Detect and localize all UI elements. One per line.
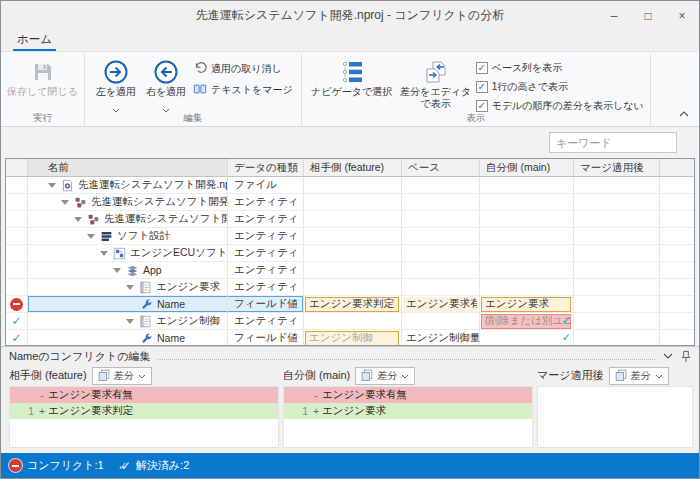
minimize-button[interactable]: – [597, 1, 631, 30]
applied-check-icon: ✓ [562, 314, 571, 327]
tree-expander-icon[interactable] [61, 200, 69, 205]
maximize-button[interactable]: □ [631, 1, 665, 30]
column-header-main[interactable]: 自分側 (main) [480, 159, 574, 177]
group-label-edit: 編集 [85, 112, 301, 125]
wrench-icon [139, 297, 153, 311]
cell-name[interactable]: エンジン制御 [28, 313, 228, 330]
checkbox-hide-model-order-diff[interactable]: ✓ モデルの順序の差分を表示しない [476, 99, 644, 113]
cell-merge [574, 313, 660, 330]
cell-main [480, 279, 574, 296]
save-icon [31, 58, 55, 86]
cell-feature: エンジン制御 [304, 330, 402, 346]
cell-feature: エンジン要求判定 [304, 296, 402, 313]
checkbox-single-line-height[interactable]: ✓ 1行の高さで表示 [476, 80, 644, 94]
diff-text-merged[interactable] [537, 386, 693, 448]
table-row[interactable]: ✓エンジン制御エンティティ(削除または別ユニットに…✓ [6, 313, 694, 330]
diff-text-feature[interactable]: -エンジン要求有無1+エンジン要求判定 [9, 386, 279, 448]
column-header-name[interactable]: 名前 [28, 159, 228, 177]
cell-value: エンジン要求判定 [305, 297, 399, 312]
select-in-navigator-button[interactable]: ナビゲータで選択 [308, 56, 396, 98]
checkbox-label: 1行の高さで表示 [492, 80, 568, 94]
cell-merge [574, 262, 660, 279]
diff-mode-button[interactable]: 差分 [92, 367, 152, 385]
conflict-editor-panel: Nameのコンフリクトの編集 相手側 (feature) 差分 -エンジ [1, 346, 699, 453]
entity-doc-icon [138, 314, 152, 328]
layers-icon [125, 263, 139, 277]
column-header-merged[interactable]: マージ適用後 [574, 159, 660, 177]
editor-panel-title: Nameのコンフリクトの編集 [9, 349, 150, 364]
diff-text-main[interactable]: -エンジン要求有無1+エンジン要求 [283, 386, 533, 448]
cell-base: エンジン制御量 [402, 330, 480, 346]
file-diff-icon [60, 178, 74, 192]
checkbox-show-base-column[interactable]: ✓ ベース列を表示 [476, 61, 644, 75]
apply-left-button[interactable]: 左を適用 [91, 56, 141, 117]
table-row[interactable]: Appエンティティ [6, 262, 694, 279]
tree-expander-icon[interactable] [126, 319, 134, 324]
undo-apply-button[interactable]: 適用の取り消し [191, 60, 295, 78]
chevron-down-icon[interactable] [663, 353, 673, 359]
cell-base: エンジン要求有無 [402, 296, 480, 313]
tree-expander-icon[interactable] [126, 285, 134, 290]
cell-main: エンジン要求 [480, 296, 574, 313]
cell-fill [660, 313, 694, 330]
cell-status [6, 194, 28, 211]
status-bar: コンフリクト:1 ✓✓ 解決済み:2 [1, 453, 699, 478]
table-row[interactable]: エンジン要求エンティティ [6, 279, 694, 296]
pin-icon[interactable] [681, 350, 691, 363]
diff-mode-button[interactable]: 差分 [609, 367, 669, 385]
table-row[interactable]: ソフト設計エンティティ [6, 228, 694, 245]
cell-name[interactable]: エンジンECUソフト構造 [28, 245, 228, 262]
merge-text-button[interactable]: テキストをマージ [191, 81, 295, 99]
diff-line-removed: -エンジン要求有無 [284, 387, 532, 403]
save-and-close-button[interactable]: 保存して閉じる [7, 56, 78, 98]
column-header-base[interactable]: ベース [402, 159, 480, 177]
cell-name[interactable]: 先進運転システムソフト開発（Gitデモ） [28, 211, 228, 228]
diff-mode-button[interactable]: 差分 [355, 367, 415, 385]
pane-label-feature: 相手側 (feature) [9, 368, 87, 383]
cell-name[interactable]: App [28, 262, 228, 279]
checkbox-icon: ✓ [476, 100, 488, 112]
table-row[interactable]: 先進運転システムソフト開発（Gitデモ）エンティティ [6, 211, 694, 228]
cell-feature [304, 313, 402, 330]
cell-base [402, 245, 480, 262]
show-diff-in-editor-button[interactable]: 差分をエディタで表示 [396, 56, 476, 110]
tree-expander-icon[interactable] [113, 268, 121, 273]
cell-feature [304, 279, 402, 296]
tree-expander-icon[interactable] [87, 234, 95, 239]
collapse-ribbon-button[interactable] [679, 103, 689, 121]
cell-status: ✓ [6, 313, 28, 330]
column-header-datatype[interactable]: データの種類 [228, 159, 304, 177]
project-icon [86, 212, 100, 226]
tree-expander-icon[interactable] [74, 217, 82, 222]
pane-label-main: 自分側 (main) [283, 368, 350, 383]
cell-datatype: フィールド値 [228, 296, 304, 313]
keyword-search-input[interactable] [549, 132, 677, 153]
cell-base [402, 194, 480, 211]
tab-home[interactable]: ホーム [13, 30, 56, 51]
cell-datatype: フィールド値 [228, 330, 304, 346]
column-header-feature[interactable]: 相手側 (feature) [304, 159, 402, 177]
cell-name[interactable]: Name [28, 330, 228, 346]
content-area: 名前 データの種類 相手側 (feature) ベース 自分側 (main) マ… [1, 127, 699, 453]
pane-feature: 相手側 (feature) 差分 -エンジン要求有無1+エンジン要求判定 [9, 365, 279, 448]
navigator-icon [339, 58, 365, 86]
resolved-check-icon: ✓ [11, 331, 21, 345]
cell-name[interactable]: エンジン要求 [28, 279, 228, 296]
cell-name[interactable]: Name [28, 296, 228, 313]
close-button[interactable]: × [665, 1, 699, 30]
table-row[interactable]: エンジンECUソフト構造エンティティ [6, 245, 694, 262]
cell-status [6, 228, 28, 245]
cell-name[interactable]: 先進運転システムソフト開発.nproj の差分 [28, 177, 228, 194]
column-header-status[interactable] [6, 159, 28, 177]
apply-right-button[interactable]: 右を適用 [141, 56, 191, 117]
table-row[interactable]: 先進運転システムソフト開発（Gitデモ）エンティティ [6, 194, 694, 211]
cell-name[interactable]: ソフト設計 [28, 228, 228, 245]
tree-expander-icon[interactable] [100, 251, 108, 256]
table-row[interactable]: 先進運転システムソフト開発.nproj の差分ファイル [6, 177, 694, 194]
cell-status [6, 177, 28, 194]
tree-expander-icon[interactable] [48, 183, 56, 188]
table-row[interactable]: Nameフィールド値エンジン要求判定エンジン要求有無エンジン要求 [6, 296, 694, 313]
cell-name[interactable]: 先進運転システムソフト開発（Gitデモ） [28, 194, 228, 211]
table-row[interactable]: ✓Nameフィールド値エンジン制御エンジン制御量✓ [6, 330, 694, 346]
cell-fill [660, 194, 694, 211]
